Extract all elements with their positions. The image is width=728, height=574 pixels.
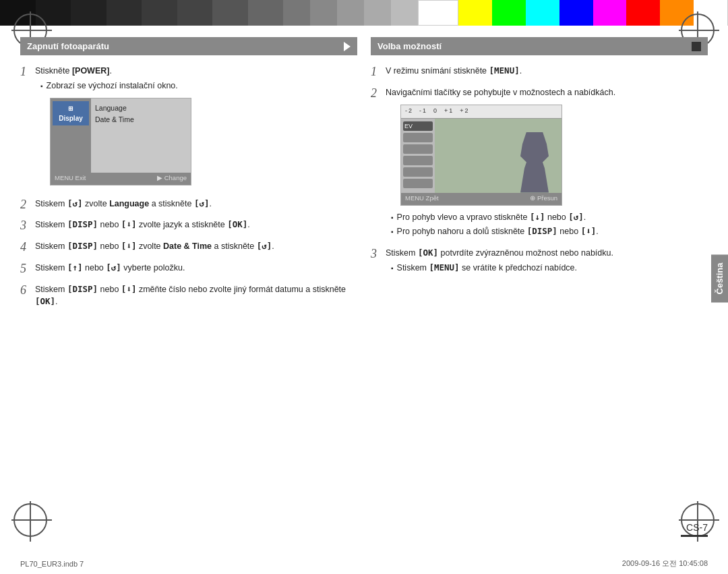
- exp-icon-1: [403, 133, 433, 142]
- right-step-2-bullet-1-text: Pro pohyb vlevo a vpravo stiskněte [↓] n…: [397, 211, 586, 224]
- right-section-title: Volba možností: [377, 41, 442, 51]
- person-silhouette: [514, 132, 555, 193]
- exp-icon-4: [403, 167, 433, 177]
- step-6-content: Stiskem [DISP] nebo [⬇] změňte číslo neb…: [35, 283, 357, 311]
- footer-left: PL70_EUR3.indb 7: [20, 560, 84, 568]
- footer-right: 2009-09-16 오전 10:45:08: [622, 558, 708, 569]
- right-step-1-text: V režimu snímání stiskněte [MENU].: [386, 65, 708, 78]
- step-1-bullet-text: Zobrazí se výchozí instalační okno.: [47, 80, 178, 92]
- exp-ev-row: EV: [403, 121, 433, 131]
- left-column: Zapnutí fotoaparátu 1 Stiskněte [POWER].…: [20, 37, 357, 520]
- right-step-1-num: 1: [371, 65, 386, 79]
- left-section-header: Zapnutí fotoaparátu: [20, 37, 357, 55]
- right-step-3: 3 Stiskem [OK] potvrdíte zvýrazněnou mož…: [371, 247, 708, 277]
- right-step-3-content: Stiskem [OK] potvrdíte zvýrazněnou možno…: [386, 247, 708, 277]
- step-3-content: Stiskem [DISP] nebo [⬇] zvolte jazyk a s…: [35, 219, 357, 233]
- camera-screen-mockup: ⊞ Display Language Date & Time MENU Exit…: [50, 98, 191, 185]
- step-5-content: Stiskem [↑] nebo [↺] vyberte položku.: [35, 262, 357, 277]
- square-icon: [692, 42, 701, 51]
- arrow-right-icon: [344, 42, 351, 51]
- cam-left-panel: ⊞ Display: [51, 98, 91, 185]
- right-step-3-text: Stiskem [OK] potvrdíte zvýrazněnou možno…: [386, 247, 708, 260]
- right-step-3-bullet-text: Stiskem [MENU] se vrátíte k předchozí na…: [397, 262, 578, 275]
- exp-back-label: MENU Zpět: [405, 194, 439, 203]
- page-number: CS-7: [681, 522, 708, 533]
- footer: PL70_EUR3.indb 7 2009-09-16 오전 10:45:08: [20, 558, 708, 569]
- right-step-2-bullet-2-text: Pro pohyb nahoru a dolů stiskněte [DISP]…: [397, 225, 599, 238]
- right-step-2-content: Navigačními tlačítky se pohybujte v možn…: [386, 86, 708, 240]
- step-2-text: Stiskem [↺] zvolte Language a stiskněte …: [35, 198, 357, 210]
- step-5: 5 Stiskem [↑] nebo [↺] vyberte položku.: [20, 262, 357, 277]
- right-column: Volba možností 1 V režimu snímání stiskn…: [371, 37, 708, 520]
- right-step-2-bullet-2: Pro pohyb nahoru a dolů stiskněte [DISP]…: [391, 225, 708, 238]
- white-color-box: [418, 0, 458, 26]
- exp-scale: -2 -1 0 +1 +2: [405, 107, 470, 116]
- step-3-text: Stiskem [DISP] nebo [⬇] zvolte jazyk a s…: [35, 219, 357, 231]
- exposure-screen-mockup: -2 -1 0 +1 +2 EV: [400, 105, 562, 206]
- right-step-2-text: Navigačními tlačítky se pohybujte v možn…: [386, 86, 708, 99]
- step-1-text: Stiskněte [POWER].: [35, 65, 357, 78]
- gray-color-bars: [283, 0, 418, 26]
- exp-icon-2: [403, 144, 433, 154]
- right-step-2-num: 2: [371, 86, 386, 101]
- exp-icon-5: [403, 179, 433, 188]
- right-section-header: Volba možností: [371, 37, 708, 55]
- step-2-num: 2: [20, 198, 35, 212]
- main-content: Zapnutí fotoaparátu 1 Stiskněte [POWER].…: [20, 37, 708, 547]
- exp-left-icons: EV: [401, 119, 435, 193]
- page-bar: [681, 535, 708, 537]
- cam-datetime-item: Date & Time: [95, 114, 187, 126]
- step-5-num: 5: [20, 262, 35, 276]
- step-6-num: 6: [20, 283, 35, 297]
- cam-change-label: ▶ Change: [157, 173, 187, 183]
- right-step-2: 2 Navigačními tlačítky se pohybujte v mo…: [371, 86, 708, 240]
- exp-center-view: [435, 119, 562, 193]
- cam-exit-label: MENU Exit: [55, 173, 86, 183]
- step-3: 3 Stiskem [DISP] nebo [⬇] zvolte jazyk a…: [20, 219, 357, 233]
- exp-bottom-bar: MENU Zpět ⊕ Přesun: [401, 193, 562, 205]
- right-step-2-bullet-1: Pro pohyb vlevo a vpravo stiskněte [↓] n…: [391, 211, 708, 224]
- color-bar-top: [0, 0, 728, 26]
- step-6-text: Stiskem [DISP] nebo [⬇] změňte číslo neb…: [35, 283, 357, 309]
- step-1: 1 Stiskněte [POWER]. Zobrazí se výchozí …: [20, 65, 357, 191]
- exp-move-label: ⊕ Přesun: [530, 194, 557, 203]
- step-4-text: Stiskem [DISP] nebo [⬇] zvolte Date & Ti…: [35, 240, 357, 253]
- step-2: 2 Stiskem [↺] zvolte Language a stisknět…: [20, 198, 357, 212]
- step-6: 6 Stiskem [DISP] nebo [⬇] změňte číslo n…: [20, 283, 357, 311]
- step-2-content: Stiskem [↺] zvolte Language a stiskněte …: [35, 198, 357, 212]
- right-step-1-content: V režimu snímání stiskněte [MENU].: [386, 65, 708, 80]
- step-1-num: 1: [20, 65, 35, 79]
- step-4-num: 4: [20, 240, 35, 254]
- right-step-3-num: 3: [371, 247, 386, 261]
- step-4-content: Stiskem [DISP] nebo [⬇] zvolte Date & Ti…: [35, 240, 357, 255]
- exp-top-bar: -2 -1 0 +1 +2: [401, 105, 562, 119]
- left-section-title: Zapnutí fotoaparátu: [27, 41, 109, 51]
- cam-display-btn: ⊞ Display: [53, 101, 89, 126]
- cam-right-panel: Language Date & Time: [91, 98, 191, 185]
- step-1-bullet: Zobrazí se výchozí instalační okno.: [40, 80, 357, 92]
- page-number-area: CS-7: [681, 522, 708, 537]
- right-step-3-bullet: Stiskem [MENU] se vrátíte k předchozí na…: [391, 262, 708, 275]
- exp-main: EV: [401, 119, 562, 193]
- step-5-text: Stiskem [↑] nebo [↺] vyberte položku.: [35, 262, 357, 275]
- step-4: 4 Stiskem [DISP] nebo [⬇] zvolte Date & …: [20, 240, 357, 255]
- step-3-num: 3: [20, 219, 35, 233]
- step-1-content: Stiskněte [POWER]. Zobrazí se výchozí in…: [35, 65, 357, 191]
- columns: Zapnutí fotoaparátu 1 Stiskněte [POWER].…: [20, 37, 708, 520]
- cam-bottom-bar: MENU Exit ▶ Change: [51, 173, 191, 185]
- side-tab: Čeština: [711, 255, 728, 303]
- cam-language-item: Language: [95, 103, 187, 115]
- right-step-1: 1 V režimu snímání stiskněte [MENU].: [371, 65, 708, 80]
- exp-icon-3: [403, 156, 433, 165]
